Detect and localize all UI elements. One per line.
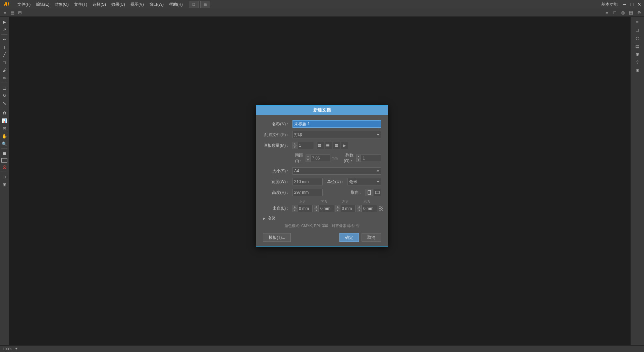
advanced-arrow-icon: ▶	[263, 217, 266, 220]
height-input[interactable]	[292, 189, 323, 196]
columns-increment[interactable]: ▲	[356, 155, 361, 158]
boards-row: 画板数量(M)： ▲ ▼	[263, 142, 381, 149]
dialog-titlebar: 新建文档	[256, 105, 388, 115]
dialog-footer: 模板(T)... 确定 取消	[263, 233, 381, 242]
width-input[interactable]	[292, 178, 323, 185]
dialog-title: 新建文档	[313, 107, 331, 113]
bleed-right-group: ▲ ▼	[357, 205, 377, 212]
spacing-label: 间距(I)：	[292, 152, 303, 164]
arrange-grid-btn[interactable]	[317, 142, 324, 149]
bleed-bottom-label: 下方	[314, 200, 334, 204]
bleed-top-label: 上方	[292, 200, 313, 204]
spacing-spinner-btns: ▲ ▼	[306, 155, 310, 162]
bleed-left-dec[interactable]: ▼	[335, 209, 340, 212]
svg-rect-7	[335, 145, 338, 147]
orientation-label: 取向：	[351, 190, 363, 195]
profile-row: 配置文件(P)： 打印 Web 移动设备 ▼	[263, 131, 381, 138]
width-label: 宽度(W)：	[263, 179, 290, 185]
size-select[interactable]: A4 A3 A5 Letter	[292, 167, 381, 175]
bleed-fields: 上方 下方 左方 右方 ▲ ▼	[292, 200, 385, 212]
bleed-bottom-group: ▲ ▼	[314, 205, 334, 212]
bleed-top-inc[interactable]: ▲	[292, 205, 297, 209]
width-row: 宽度(W)： 单位(U)： 毫米 厘米 英寸 像素 ▼	[263, 178, 381, 185]
bleed-right-spinners: ▲ ▼	[357, 205, 362, 212]
columns-spinner-btns: ▲ ▼	[356, 155, 361, 162]
unit-label: 单位(U)：	[327, 179, 345, 185]
arrange-col-btn[interactable]	[333, 142, 340, 149]
bleed-right-inc[interactable]: ▲	[357, 205, 362, 209]
boards-increment[interactable]: ▲	[292, 142, 297, 145]
name-input[interactable]	[292, 120, 381, 128]
ok-cancel-group: 确定 取消	[339, 233, 381, 242]
spacing-input-group: ▲ ▼ mm	[306, 155, 337, 162]
size-label: 大小(S)：	[263, 168, 290, 174]
info-text: 颜色模式: CMYK, PPI: 300，对齐像素网格: 否	[263, 223, 381, 228]
size-select-wrapper: A4 A3 A5 Letter ▼	[292, 167, 381, 175]
bleed-top-spinners: ▲ ▼	[292, 205, 297, 212]
dialog-overlay: 新建文档 名称(N)： 配置文件(P)： 打印 Web 移动设备 ▼	[0, 0, 644, 352]
name-label: 名称(N)：	[263, 121, 290, 127]
bleed-left-inc[interactable]: ▲	[335, 205, 340, 209]
cancel-button[interactable]: 取消	[362, 233, 381, 242]
bleed-right-dec[interactable]: ▼	[357, 209, 362, 212]
svg-rect-9	[375, 191, 379, 194]
svg-rect-1	[320, 144, 321, 145]
boards-decrement[interactable]: ▼	[292, 145, 297, 149]
height-label: 高度(H)：	[263, 190, 290, 195]
boards-spinner-btns: ▲ ▼	[292, 142, 297, 149]
bleed-left-spinners: ▲ ▼	[335, 205, 340, 212]
spacing-unit: mm	[331, 156, 337, 160]
spacing-input[interactable]	[310, 155, 330, 162]
bleed-bottom-input[interactable]	[319, 205, 334, 212]
arrange-row-btn[interactable]	[325, 142, 332, 149]
bleed-left-group: ▲ ▼	[335, 205, 356, 212]
bleed-bottom-spinners: ▲ ▼	[314, 205, 319, 212]
arrange-buttons: ▶	[317, 142, 348, 149]
template-button[interactable]: 模板(T)...	[263, 233, 291, 242]
columns-decrement[interactable]: ▼	[356, 158, 361, 162]
bleed-row: 出血(L)： 上方 下方 左方 右方 ▲	[263, 200, 381, 212]
columns-input-group: ▲ ▼	[356, 155, 381, 162]
profile-select[interactable]: 打印 Web 移动设备	[292, 131, 381, 138]
unit-select-wrapper: 毫米 厘米 英寸 像素 ▼	[347, 178, 381, 185]
columns-input[interactable]	[361, 155, 381, 162]
advanced-row[interactable]: ▶ 高级	[263, 216, 381, 221]
advanced-label: 高级	[268, 216, 276, 221]
boards-input[interactable]	[297, 142, 314, 149]
svg-rect-2	[318, 145, 320, 147]
bleed-top-dec[interactable]: ▼	[292, 209, 297, 212]
spacing-decrement[interactable]: ▼	[306, 158, 310, 162]
bleed-left-input[interactable]	[340, 205, 356, 212]
spacing-increment[interactable]: ▲	[306, 155, 310, 158]
ok-button[interactable]: 确定	[339, 233, 359, 242]
arrange-right-btn[interactable]: ▶	[341, 142, 348, 149]
svg-rect-8	[368, 190, 371, 194]
bleed-left-label: 左方	[335, 200, 356, 204]
name-row: 名称(N)：	[263, 120, 381, 128]
bleed-top-input[interactable]	[297, 205, 313, 212]
height-row: 高度(H)： 取向：	[263, 189, 381, 196]
landscape-button[interactable]	[374, 189, 381, 196]
profile-select-wrapper: 打印 Web 移动设备 ▼	[292, 131, 381, 138]
bleed-label: 出血(L)：	[263, 200, 290, 211]
profile-label: 配置文件(P)：	[263, 132, 290, 138]
svg-rect-4	[326, 144, 328, 146]
boards-label: 画板数量(M)：	[263, 143, 290, 148]
bleed-top-group: ▲ ▼	[292, 205, 313, 212]
unit-select[interactable]: 毫米 厘米 英寸 像素	[347, 178, 381, 185]
bleed-right-input[interactable]	[362, 205, 377, 212]
columns-label: 列数(O)：	[343, 152, 354, 164]
svg-rect-0	[318, 144, 320, 145]
svg-rect-5	[328, 144, 329, 146]
bleed-link-icon[interactable]: ⛓	[378, 205, 384, 212]
new-document-dialog: 新建文档 名称(N)： 配置文件(P)： 打印 Web 移动设备 ▼	[256, 105, 388, 247]
dialog-body: 名称(N)： 配置文件(P)： 打印 Web 移动设备 ▼ 画板数量(M)：	[256, 115, 388, 247]
size-row: 大小(S)： A4 A3 A5 Letter ▼	[263, 167, 381, 175]
svg-rect-3	[320, 145, 321, 147]
bleed-bottom-inc[interactable]: ▲	[314, 205, 319, 209]
bleed-bottom-dec[interactable]: ▼	[314, 209, 319, 212]
spacing-cols-row: 间距(I)： ▲ ▼ mm 列数(O)： ▲ ▼	[292, 152, 381, 164]
portrait-button[interactable]	[366, 189, 373, 196]
svg-rect-6	[335, 144, 338, 145]
bleed-right-label: 右方	[357, 200, 377, 204]
